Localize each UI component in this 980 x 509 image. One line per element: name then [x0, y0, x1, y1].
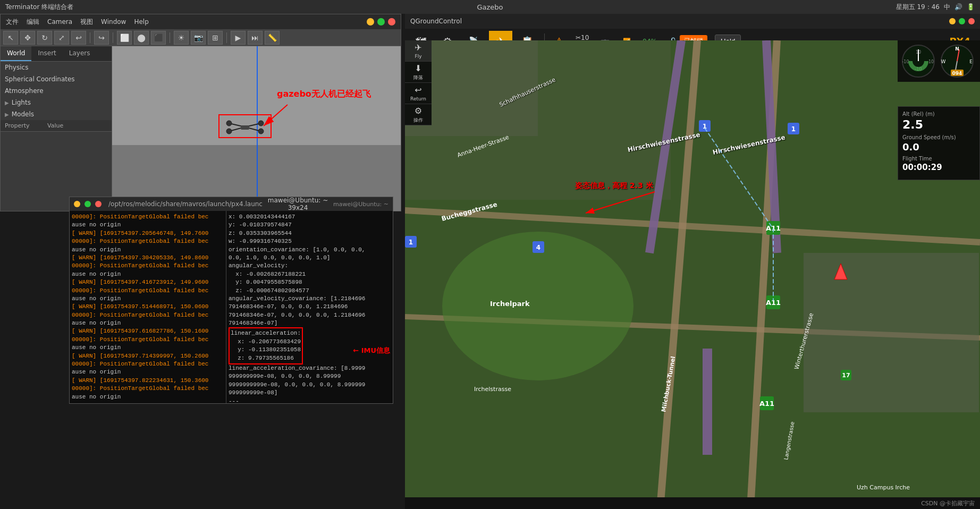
linear-accel-box: linear_acceleration: x: -0.206773683429 … — [229, 327, 303, 364]
tr-line-19: linear_acceleration_covariance: [8.9999 — [229, 364, 391, 372]
speed-label: Ground Speed (m/s) — [902, 134, 956, 140]
tl-line-3: [ WARN] [1691754397.205646748, 149.7600 — [72, 230, 224, 237]
menu-file[interactable]: 文件 — [6, 18, 19, 27]
svg-text:Milchbuck-Tunnel: Milchbuck-Tunnel — [660, 356, 677, 413]
tree-spherical-coords[interactable]: Spherical Coordinates — [1, 73, 112, 85]
return-btn-label: Return — [410, 96, 426, 101]
tr-line-2: y: -0.010379574847 — [229, 221, 391, 229]
return-icon: ↩ — [415, 85, 421, 95]
speed-row: Ground Speed (m/s) 0.0 — [902, 134, 975, 152]
tr-line-10: z: -0.000674802984577 — [229, 287, 391, 295]
cursor-tool[interactable]: ↖ — [3, 31, 18, 45]
tl-line-20: ause no origin — [72, 368, 224, 376]
terminal-left-pane[interactable]: 00000]: PositionTargetGlobal failed bec … — [70, 211, 226, 403]
tree-physics[interactable]: Physics — [1, 62, 112, 73]
terminal-close[interactable] — [95, 201, 102, 207]
menu-window[interactable]: Window — [101, 18, 126, 26]
menu-camera[interactable]: Camera — [47, 18, 72, 26]
gazebo-viewport[interactable]: gazebo无人机已经起飞 — [112, 46, 401, 211]
svg-text:Uzh Campus Irche: Uzh Campus Irche — [857, 484, 910, 491]
toolbar-separator-2 — [113, 32, 113, 43]
svg-rect-25 — [788, 123, 799, 134]
terminal-left-content: 00000]: PositionTargetGlobal failed bec … — [72, 213, 224, 401]
svg-text:-10: -10 — [902, 60, 909, 64]
cylinder-tool[interactable]: ⬛ — [151, 31, 166, 45]
tl-line-9: [ WARN] [1691754397.416723912, 149.9600 — [72, 278, 224, 286]
svg-text:Irchelpark: Irchelpark — [490, 300, 530, 308]
minimize-button[interactable] — [367, 18, 374, 26]
svg-marker-50 — [834, 264, 847, 279]
qgc-close[interactable] — [968, 18, 975, 24]
tr-line-18: z: 9.79735565186 — [231, 354, 301, 362]
tree-models[interactable]: ▶ Models — [1, 108, 112, 120]
tab-layers[interactable]: Layers — [63, 46, 97, 61]
system-volume: 🔊 — [954, 3, 962, 11]
tl-line-16: 00000]: PositionTargetGlobal failed bec — [72, 336, 224, 344]
svg-text:10: 10 — [928, 60, 934, 64]
play-pause-tool[interactable]: ▶ — [231, 31, 246, 45]
menu-help[interactable]: Help — [134, 18, 148, 26]
terminal-right-pane[interactable]: x: 0.00320143444167 y: -0.010379574847 z… — [226, 211, 393, 403]
svg-text:W: W — [941, 59, 946, 64]
terminal-maximize[interactable] — [85, 201, 91, 207]
svg-text:Hirschwiesenstrasse: Hirschwiesenstrasse — [627, 131, 701, 154]
tl-line-19: 00000]: PositionTargetGlobal failed bec — [72, 360, 224, 368]
svg-text:Anna-Heer-Strasse: Anna-Heer-Strasse — [457, 133, 510, 158]
svg-rect-31 — [760, 396, 774, 410]
fly-btn-return[interactable]: ↩ Return — [405, 83, 432, 104]
tl-line-21: [ WARN] [1691754397.822234631, 150.3600 — [72, 377, 224, 385]
system-lang: 中 — [944, 3, 950, 12]
terminal-title-right: mawei@Ubuntu: ~ 39x24 — [267, 197, 329, 211]
tl-line-17: ause no origin — [72, 344, 224, 352]
tree-atmosphere-label: Atmosphere — [5, 87, 44, 95]
svg-text:E: E — [969, 59, 973, 64]
box-tool[interactable]: ⬜ — [117, 31, 132, 45]
measure-tool[interactable]: 📏 — [265, 31, 280, 45]
tree-atmosphere[interactable]: Atmosphere — [1, 85, 112, 97]
redo-tool[interactable]: ↪ — [94, 31, 109, 45]
sphere-tool[interactable]: ⬤ — [134, 31, 149, 45]
fly-btn-operate[interactable]: ⚙ 操作 — [405, 104, 432, 125]
terminal-minimize[interactable] — [74, 201, 80, 207]
operate-btn-label: 操作 — [413, 117, 423, 124]
scale-tool[interactable]: ⤢ — [54, 31, 69, 45]
svg-text:094: 094 — [952, 71, 962, 76]
step-tool[interactable]: ⏭ — [248, 31, 263, 45]
grid-tool[interactable]: ⊞ — [208, 31, 223, 45]
system-bar-right: 星期五 19：46 中 🔊 🔋 — [896, 3, 975, 12]
maximize-button[interactable] — [377, 18, 385, 26]
undo-tool[interactable]: ↩ — [71, 31, 86, 45]
tab-world[interactable]: World — [1, 46, 31, 61]
camera-tool[interactable]: 📷 — [191, 31, 206, 45]
tr-line-5: orientation_covariance: [1.0, 0.0, 0.0, — [229, 246, 391, 254]
menu-view[interactable]: 视图 — [80, 18, 93, 27]
svg-rect-23 — [699, 120, 711, 132]
tr-line-21: 9999999999e-08, 0.0, 0.0, 0.0, 8.999999 — [229, 381, 391, 389]
map-area[interactable]: 1 1 A11 A11 A11 17 1 4 Hirschwiesenstras… — [405, 40, 980, 509]
qgc-maximize[interactable] — [959, 18, 965, 24]
fly-btn-land[interactable]: ⬇ 降落 — [405, 62, 432, 83]
tree-lights[interactable]: ▶ Lights — [1, 97, 112, 108]
fly-btn-fly[interactable]: ✈ Fly — [405, 40, 432, 62]
tr-line-23: --- — [229, 397, 391, 403]
tl-line-2: ause no origin — [72, 221, 224, 229]
tl-line-10: 00000]: PositionTargetGlobal failed bec — [72, 287, 224, 295]
app-name-gazebo: Gazebo — [477, 3, 503, 11]
gazebo-tabs: World Insert Layers — [1, 46, 112, 62]
map-svg-overlay: 1 1 A11 A11 A11 17 1 4 Hirschwiesenstras… — [405, 40, 980, 509]
close-button[interactable] — [388, 18, 395, 26]
move-tool[interactable]: ✥ — [20, 31, 35, 45]
toolbar-separator-3 — [170, 32, 170, 43]
rotate-tool[interactable]: ↻ — [37, 31, 52, 45]
tab-insert[interactable]: Insert — [31, 46, 62, 61]
svg-rect-29 — [766, 295, 780, 309]
tl-line-14: ause no origin — [72, 319, 224, 327]
menu-edit[interactable]: 编辑 — [27, 18, 39, 27]
svg-text:1: 1 — [791, 125, 796, 133]
svg-text:Irchelstrasse: Irchelstrasse — [474, 386, 511, 393]
qgc-minimize[interactable] — [949, 18, 956, 24]
svg-text:A11: A11 — [759, 400, 774, 408]
light-tool[interactable]: ☀ — [174, 31, 189, 45]
alt-section: Alt (Rel) (m) 2.5 — [902, 111, 935, 131]
terminal-title-right2: mawei@Ubuntu: ~ — [333, 201, 388, 208]
